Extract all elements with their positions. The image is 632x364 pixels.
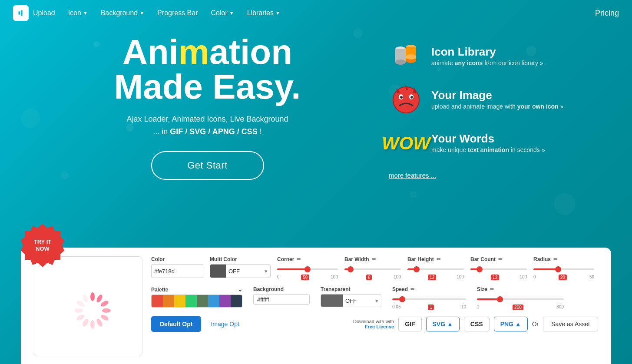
- speed-max: 10: [461, 304, 466, 310]
- default-opt-button[interactable]: Default Opt: [151, 316, 201, 332]
- bar-height-edit-icon[interactable]: ✏: [437, 256, 441, 262]
- svg-point-17: [96, 294, 104, 303]
- background-input[interactable]: [253, 294, 310, 305]
- svg-point-15: [410, 96, 413, 99]
- bar-width-slider[interactable]: [344, 268, 401, 270]
- speed-control: Speed ✏ 0.05 1 10: [392, 286, 466, 310]
- nav-color[interactable]: Color ▼: [211, 9, 234, 17]
- png-button[interactable]: PNG ▲: [494, 317, 528, 331]
- nav-upload[interactable]: Upload: [33, 9, 55, 17]
- bar-count-edit-icon[interactable]: ✏: [498, 256, 503, 262]
- css-button[interactable]: CSS: [464, 317, 490, 331]
- background-control: Background: [253, 286, 310, 305]
- radius-control: Radius ✏ 0 20 50: [533, 256, 594, 280]
- svg-button[interactable]: SVG ▲: [426, 317, 460, 331]
- more-features-link[interactable]: more features ...: [389, 172, 606, 179]
- color-control: Color: [151, 256, 203, 278]
- feature-icon-library-title: Icon Library: [431, 45, 543, 59]
- feature-your-image[interactable]: Your Image upload and animate image with…: [389, 83, 606, 117]
- palette-strip[interactable]: [151, 295, 242, 308]
- radius-edit-icon[interactable]: ✏: [553, 256, 558, 262]
- size-control: Size ✏ 1 200 800: [477, 286, 564, 310]
- gif-button[interactable]: GIF: [398, 317, 421, 331]
- corner-edit-icon[interactable]: ✏: [297, 256, 301, 262]
- corner-slider[interactable]: [277, 268, 338, 270]
- palette-color-8[interactable]: [231, 295, 242, 307]
- corner-min: 0: [277, 275, 280, 280]
- nav-pricing[interactable]: Pricing: [595, 9, 619, 18]
- nav-progress-bar[interactable]: Progress Bar: [157, 9, 198, 17]
- radius-max: 50: [589, 275, 594, 280]
- or-text: Or: [532, 321, 539, 328]
- corner-value: 50: [301, 275, 309, 280]
- corner-control: Corner ✏ 0 50 100: [277, 256, 338, 280]
- speed-edit-icon[interactable]: ✏: [410, 286, 415, 292]
- transparent-toggle[interactable]: OFF: [343, 296, 375, 306]
- title-highlight: m: [179, 33, 209, 71]
- svg-point-19: [102, 308, 111, 313]
- palette-color-1[interactable]: [152, 295, 163, 307]
- image-opt-button[interactable]: Image Opt: [205, 316, 244, 332]
- nav-libraries[interactable]: Libraries ▼: [247, 9, 280, 17]
- palette-expand-icon[interactable]: ⌄: [238, 286, 242, 293]
- corner-label: Corner ✏: [277, 256, 338, 262]
- palette-color-6[interactable]: [208, 295, 219, 307]
- nav-background[interactable]: Background ▼: [101, 9, 144, 17]
- hero-title: AnimationMade Easy.: [26, 35, 389, 104]
- svg-point-22: [90, 320, 95, 329]
- animation-preview: [34, 256, 142, 356]
- transparent-chevron: ▾: [375, 298, 381, 304]
- svg-point-9: [406, 54, 416, 60]
- feature-icon-library[interactable]: Icon Library animate any icons from our …: [389, 39, 606, 74]
- corner-max: 100: [331, 275, 338, 280]
- bar-width-control: Bar Width ✏ 6 100: [344, 256, 401, 280]
- radius-label: Radius ✏: [533, 256, 594, 262]
- feature-your-image-title: Your Image: [431, 89, 563, 102]
- bar-width-edit-icon[interactable]: ✏: [372, 256, 376, 262]
- color-input[interactable]: [152, 266, 203, 276]
- svg-point-21: [96, 318, 104, 328]
- bar-width-value: 6: [366, 275, 372, 280]
- palette-color-3[interactable]: [174, 295, 185, 307]
- palette-color-4[interactable]: [185, 295, 197, 307]
- save-as-asset-button[interactable]: Save as Asset: [543, 317, 598, 331]
- size-edit-icon[interactable]: ✏: [490, 286, 494, 292]
- palette-color-7[interactable]: [219, 295, 231, 307]
- color-input-wrap[interactable]: [151, 264, 203, 278]
- try-badge-line1: TRY IT: [34, 238, 51, 245]
- transparent-label: Transparent: [321, 286, 381, 292]
- icon-dropdown-arrow: ▼: [83, 10, 88, 16]
- radius-slider[interactable]: [533, 268, 594, 270]
- svg-point-27: [82, 294, 90, 303]
- feature-your-words[interactable]: WOW Your Words make unique text animatio…: [389, 126, 606, 161]
- bar-height-slider[interactable]: [407, 268, 464, 270]
- libraries-dropdown-arrow: ▼: [275, 10, 280, 16]
- multi-color-chevron: ▾: [265, 268, 270, 275]
- size-slider[interactable]: [477, 298, 564, 300]
- background-dropdown-arrow: ▼: [139, 10, 144, 16]
- speed-slider[interactable]: [392, 298, 466, 300]
- svg-point-20: [100, 314, 109, 322]
- feature-your-words-desc: make unique text animation in seconds »: [431, 146, 545, 155]
- svg-point-25: [74, 308, 83, 313]
- speed-value: 1: [428, 304, 434, 310]
- transparent-wrap[interactable]: OFF ▾: [321, 294, 381, 307]
- multi-color-wrap[interactable]: OFF ▾: [210, 264, 271, 278]
- multi-color-toggle[interactable]: OFF: [226, 266, 265, 276]
- get-start-button[interactable]: Get Start: [151, 151, 264, 180]
- bar-height-label: Bar Height ✏: [407, 256, 464, 262]
- your-image-image: [389, 83, 424, 117]
- actions-row: Default Opt Image Opt Download with with…: [151, 316, 598, 332]
- nav-icon[interactable]: Icon ▼: [68, 9, 88, 17]
- svg-point-5: [395, 60, 406, 65]
- palette-color-5[interactable]: [197, 295, 208, 307]
- size-label: Size ✏: [477, 286, 564, 292]
- bar-count-slider[interactable]: [470, 268, 527, 270]
- bar-width-max: 100: [394, 275, 401, 280]
- palette-color-2[interactable]: [163, 295, 174, 307]
- try-badge-line2: NOW: [36, 245, 50, 252]
- color-label: Color: [151, 256, 203, 262]
- try-it-now-badge[interactable]: TRY IT NOW: [21, 224, 64, 267]
- speed-min: 0.05: [392, 304, 400, 310]
- feature-icon-library-desc: animate any icons from our icon library …: [431, 59, 543, 68]
